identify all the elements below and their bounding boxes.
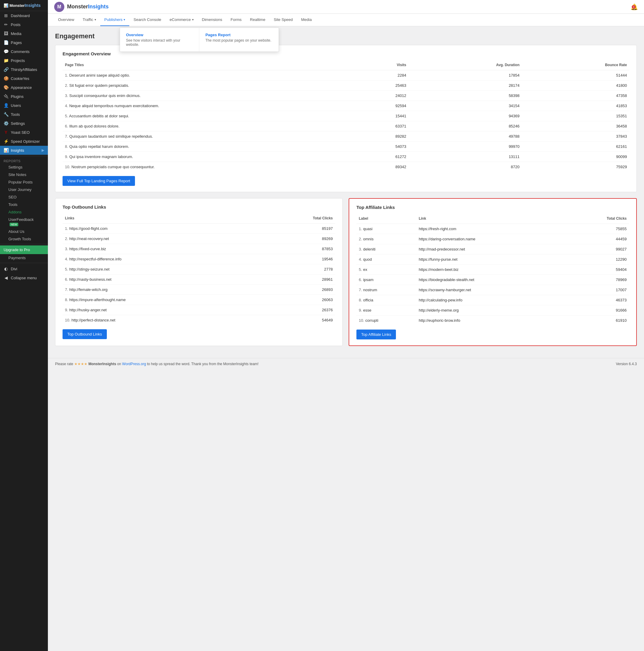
plugins-icon: 🔌 [4,94,8,99]
tab-traffic[interactable]: Traffic ▾ [78,14,100,26]
sidebar-item-posts[interactable]: ✏ Posts [0,20,48,29]
list-item: 10. http://perfect-distance.net 54649 [63,315,335,326]
sidebar-logo: 📊 MonsterInsights [0,0,48,11]
dropdown-col-pages[interactable]: Pages Report The most popular pages on y… [199,28,278,52]
list-item: 5. ex https://modern-beet.biz 59404 [356,265,629,275]
tab-site-speed[interactable]: Site Speed [270,14,297,26]
sidebar-item-divi[interactable]: ◐ Divi [0,264,48,273]
topbar: M MonsterInsights 🔔 0 [48,0,644,14]
list-item: 9. esse http://elderly-meme.org 91666 [356,305,629,315]
tab-forms[interactable]: Forms [227,14,246,26]
dashboard-icon: ⊞ [4,13,8,18]
sidebar-sub-tools[interactable]: Tools [0,201,48,208]
settings-icon: ⚙️ [4,121,8,126]
tab-overview[interactable]: Overview [54,14,78,26]
affiliate-links-table: Label Link Total Clicks 1. quasi https:/… [356,215,629,326]
star-ratings: ★★★★ [74,362,88,366]
collapse-icon: ◀ [4,275,8,280]
insights-arrow: ▶ [41,148,44,152]
sidebar-sub-seo[interactable]: SEO [0,193,48,201]
main-content: Engagement Engagement Overview Page Titl… [48,26,644,358]
tab-search-console[interactable]: Search Console [129,14,165,26]
sidebar-item-projects[interactable]: 📁 Projects [0,56,48,65]
list-item: 1. https://good-flight.com 85197 [63,224,335,234]
sidebar-item-dashboard[interactable]: ⊞ Dashboard [0,11,48,20]
cookieyes-icon: 🍪 [4,76,8,81]
sidebar-item-pages[interactable]: 📄 Pages [0,38,48,47]
sidebar-item-cookieyes[interactable]: 🍪 CookieYes [0,74,48,83]
sidebar-item-tools[interactable]: 🔧 Tools [0,110,48,119]
sidebar: 📊 MonsterInsights ⊞ Dashboard ✏ Posts 🖼 … [0,0,48,651]
footer-text: Please rate ★★★★ MonsterInsights on Word… [55,362,259,366]
top-outbound-button[interactable]: Top Outbound Links [63,329,107,339]
sidebar-item-yoast[interactable]: Y Yoast SEO [0,128,48,137]
col-total-clicks: Total Clicks [261,214,335,224]
sidebar-item-settings[interactable]: ⚙️ Settings [0,119,48,128]
projects-icon: 📁 [4,58,8,63]
appearance-icon: 🎨 [4,85,8,90]
view-full-report-button[interactable]: View Full Top Landing Pages Report [63,176,135,186]
publishers-dropdown: Overview See how visitors interact with … [120,28,279,52]
notification-bell[interactable]: 🔔 0 [631,3,638,10]
tab-media[interactable]: Media [297,14,316,26]
list-item: 6. http://nasty-business.net 28961 [63,275,335,285]
list-item: 2. http://neat-recovery.net 89269 [63,234,335,244]
list-item: 3. https://fixed-curve.biz 87853 [63,244,335,254]
divi-icon: ◐ [4,267,8,271]
pages-icon: 📄 [4,40,8,45]
wordpress-org-link[interactable]: WordPress.org [122,362,146,366]
sidebar-item-speed-optimizer[interactable]: ⚡ Speed Optimizer [0,137,48,146]
engagement-overview-title: Engagement Overview [63,51,629,56]
col-links: Links [63,214,261,224]
table-row: 1. Deserunt animi saepe aliquid optio. 2… [63,70,629,81]
col-bounce-rate: Bounce Rate [522,61,629,70]
col-visits: Visits [346,61,409,70]
sidebar-brand: 📊 MonsterInsights [4,3,41,8]
sidebar-sub-userfeedback[interactable]: UserFeedback NEW [0,216,48,228]
list-item: 2. omnis https://daring-conversation.nam… [356,234,629,244]
bottom-two-cols: Top Outbound Links Links Total Clicks 1.… [55,198,637,352]
version-text: Version 6.4.3 [616,362,637,366]
publishers-arrow: ▾ [124,18,125,21]
sidebar-item-insights[interactable]: 📊 Insights ▶ [0,146,48,155]
engagement-table: Page Titles Visits Avg. Duration Bounce … [63,61,629,172]
col-page-titles: Page Titles [63,61,346,70]
topbar-logo: M MonsterInsights [54,1,109,12]
sidebar-sub-about-us[interactable]: About Us [0,228,48,235]
tab-dimensions[interactable]: Dimensions [198,14,227,26]
table-row: 8. Quia optio repellat harum dolorem. 54… [63,142,629,152]
sidebar-upgrade-pro[interactable]: Upgrade to Pro [0,245,48,254]
tab-realtime[interactable]: Realtime [246,14,269,26]
new-badge: NEW [9,223,18,226]
outbound-links-card: Top Outbound Links Links Total Clicks 1.… [55,198,343,346]
sidebar-sub-settings[interactable]: Settings [0,163,48,171]
col-link: Link [416,215,568,224]
notification-badge: 0 [632,5,636,9]
sidebar-item-plugins[interactable]: 🔌 Plugins [0,92,48,101]
list-item: 8. officia http://calculating-pew.info 4… [356,295,629,305]
sidebar-item-appearance[interactable]: 🎨 Appearance [0,83,48,92]
sidebar-item-media[interactable]: 🖼 Media [0,29,48,38]
monster-logo-icon: M [54,1,65,12]
sidebar-sub-site-notes[interactable]: Site Notes [0,171,48,178]
sidebar-item-comments[interactable]: 💬 Comments [0,47,48,56]
sidebar-sub-growth-tools[interactable]: Growth Tools [0,235,48,243]
list-item: 3. deleniti http://mad-predecessor.net 9… [356,244,629,254]
sidebar-item-thirstyaffiliates[interactable]: 🔗 ThirstyAffiliates [0,65,48,74]
yoast-icon: Y [4,130,8,135]
dropdown-col-overview[interactable]: Overview See how visitors interact with … [120,28,199,52]
sidebar-sub-payments[interactable]: Payments [0,254,48,261]
tab-publishers[interactable]: Publishers ▾ [100,14,130,26]
nav-tabs: Overview Traffic ▾ Publishers ▾ Search C… [48,14,644,26]
list-item: 5. http://stingy-seizure.net 2778 [63,264,335,275]
traffic-arrow: ▾ [95,18,96,21]
sidebar-sub-popular-posts[interactable]: Popular Posts [0,178,48,186]
tab-ecommerce[interactable]: eCommerce ▾ [165,14,198,26]
svg-text:M: M [57,4,61,9]
sidebar-collapse-menu[interactable]: ◀ Collapse menu [0,273,48,282]
sidebar-item-users[interactable]: 👤 Users [0,101,48,110]
sidebar-sub-addons[interactable]: Addons [0,208,48,216]
top-affiliate-button[interactable]: Top Affiliate Links [356,330,396,339]
sidebar-sub-user-journey[interactable]: User Journey [0,186,48,193]
table-row: 4. Neque aliquid temporibus numquam exer… [63,101,629,111]
